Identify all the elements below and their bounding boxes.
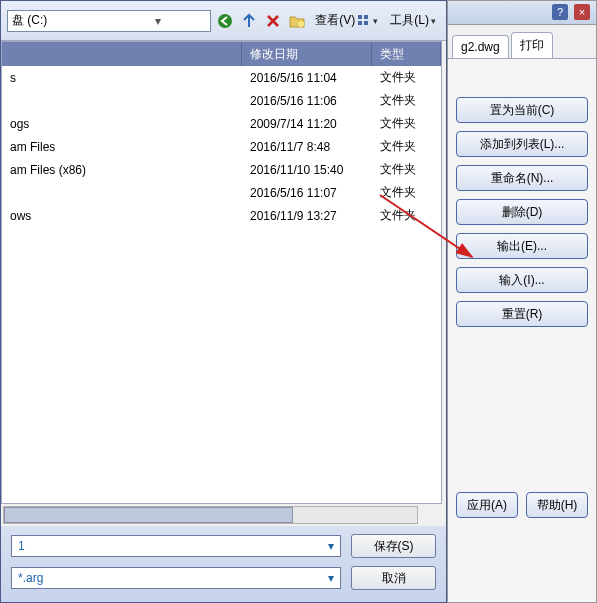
close-icon[interactable]: × (574, 4, 590, 20)
path-dropdown[interactable]: 盘 (C:) ▾ (7, 10, 211, 32)
right-titlebar: ? × (448, 1, 596, 25)
cell-name: ogs (2, 115, 242, 133)
chevron-down-icon: ▾ (373, 16, 378, 26)
right-panel: ? × g2.dwg 打印 置为当前(C) 添加到列表(L)... 重命名(N)… (447, 0, 597, 603)
view-menu[interactable]: 查看(V) ▾ (311, 10, 382, 31)
cell-type: 文件夹 (372, 159, 441, 180)
cell-type: 文件夹 (372, 90, 441, 111)
filename-input[interactable]: 1▾ (11, 535, 341, 557)
set-current-button[interactable]: 置为当前(C) (456, 97, 588, 123)
cell-name: s (2, 69, 242, 87)
cancel-button[interactable]: 取消 (351, 566, 436, 590)
rename-button[interactable]: 重命名(N)... (456, 165, 588, 191)
delete-icon[interactable] (263, 11, 283, 31)
column-header-type[interactable]: 类型 (372, 42, 441, 66)
svg-point-1 (298, 21, 304, 27)
cell-type: 文件夹 (372, 205, 441, 226)
help-button[interactable]: 帮助(H) (526, 492, 588, 518)
cell-date: 2016/5/16 11:04 (242, 69, 372, 87)
column-header-name[interactable] (2, 42, 242, 66)
table-row[interactable]: 2016/5/16 11:06文件夹 (2, 89, 441, 112)
cell-type: 文件夹 (372, 136, 441, 157)
up-icon[interactable] (239, 11, 259, 31)
cell-date: 2016/5/16 11:06 (242, 92, 372, 110)
import-button[interactable]: 输入(I)... (456, 267, 588, 293)
svg-rect-5 (364, 21, 368, 25)
table-row[interactable]: ogs2009/7/14 11:20文件夹 (2, 112, 441, 135)
svg-rect-4 (358, 21, 362, 25)
scrollbar-thumb[interactable] (4, 507, 293, 523)
file-list: 修改日期 类型 s2016/5/16 11:04文件夹2016/5/16 11:… (1, 41, 442, 504)
tools-menu[interactable]: 工具(L) ▾ (386, 10, 440, 31)
svg-point-0 (218, 14, 232, 28)
table-row[interactable]: s2016/5/16 11:04文件夹 (2, 66, 441, 89)
svg-rect-2 (358, 15, 362, 19)
right-footer: 应用(A) 帮助(H) (456, 492, 588, 518)
chevron-down-icon[interactable]: ▾ (328, 571, 334, 585)
horizontal-scrollbar[interactable] (3, 506, 418, 524)
table-row[interactable]: am Files (x86)2016/11/10 15:40文件夹 (2, 158, 441, 181)
tabstrip: g2.dwg 打印 (448, 25, 596, 59)
table-row[interactable]: ows2016/11/9 13:27文件夹 (2, 204, 441, 227)
cell-name (2, 99, 242, 103)
list-body: s2016/5/16 11:04文件夹2016/5/16 11:06文件夹ogs… (2, 66, 441, 227)
svg-rect-3 (364, 15, 368, 19)
right-buttons: 置为当前(C) 添加到列表(L)... 重命名(N)... 删除(D) 输出(E… (448, 59, 596, 341)
add-to-list-button[interactable]: 添加到列表(L)... (456, 131, 588, 157)
back-icon[interactable] (215, 11, 235, 31)
cell-date: 2016/11/9 13:27 (242, 207, 372, 225)
chevron-down-icon[interactable]: ▾ (109, 14, 206, 28)
chevron-down-icon: ▾ (431, 16, 436, 26)
cell-name: am Files (x86) (2, 161, 242, 179)
list-header: 修改日期 类型 (2, 42, 441, 66)
cell-type: 文件夹 (372, 113, 441, 134)
table-row[interactable]: 2016/5/16 11:07文件夹 (2, 181, 441, 204)
cell-date: 2016/11/10 15:40 (242, 161, 372, 179)
filetype-input[interactable]: *.arg▾ (11, 567, 341, 589)
cell-date: 2016/11/7 8:48 (242, 138, 372, 156)
cell-name: am Files (2, 138, 242, 156)
delete-button[interactable]: 删除(D) (456, 199, 588, 225)
export-button[interactable]: 输出(E)... (456, 233, 588, 259)
file-dialog: 盘 (C:) ▾ 查看(V) ▾ 工具(L) ▾ 修改日期 类型 s2016/5… (0, 0, 447, 603)
cell-type: 文件夹 (372, 182, 441, 203)
view-grid-icon (357, 14, 371, 28)
cell-name: ows (2, 207, 242, 225)
help-icon[interactable]: ? (552, 4, 568, 20)
tab-print[interactable]: 打印 (511, 32, 553, 58)
path-text: 盘 (C:) (12, 12, 109, 29)
cell-name (2, 191, 242, 195)
save-button[interactable]: 保存(S) (351, 534, 436, 558)
dialog-footer: 1▾ 保存(S) *.arg▾ 取消 (1, 526, 446, 602)
cell-date: 2016/5/16 11:07 (242, 184, 372, 202)
apply-button[interactable]: 应用(A) (456, 492, 518, 518)
chevron-down-icon[interactable]: ▾ (328, 539, 334, 553)
toolbar: 盘 (C:) ▾ 查看(V) ▾ 工具(L) ▾ (1, 1, 446, 41)
cell-date: 2009/7/14 11:20 (242, 115, 372, 133)
new-folder-icon[interactable] (287, 11, 307, 31)
column-header-date[interactable]: 修改日期 (242, 42, 372, 66)
tab-file[interactable]: g2.dwg (452, 35, 509, 58)
cell-type: 文件夹 (372, 67, 441, 88)
reset-button[interactable]: 重置(R) (456, 301, 588, 327)
table-row[interactable]: am Files2016/11/7 8:48文件夹 (2, 135, 441, 158)
